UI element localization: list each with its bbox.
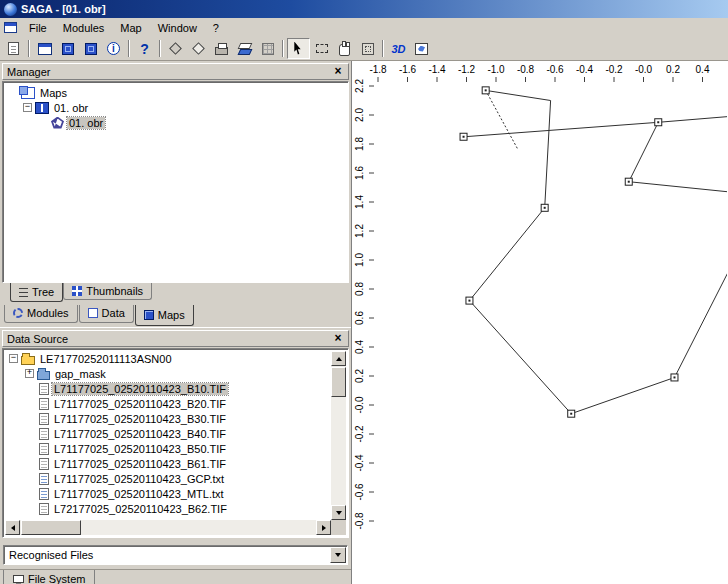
x-axis-tick-label: -1.6	[399, 64, 417, 75]
load-button[interactable]	[164, 38, 187, 59]
menu-bar: FileModulesMapWindow?	[0, 18, 728, 37]
show-manager-button[interactable]	[33, 38, 56, 59]
help-icon: ?	[140, 42, 149, 56]
text-file-icon	[39, 488, 49, 500]
menu-file[interactable]: File	[21, 20, 55, 36]
y-axis-tick-label: 0.4	[354, 340, 365, 354]
data-source-tree-item[interactable]: L71177025_02520110423_B50.TIF	[5, 441, 331, 456]
diamond-load-icon	[169, 42, 182, 55]
zoom-box-tool-button[interactable]	[310, 38, 333, 59]
chevron-down-icon	[335, 553, 341, 557]
vertical-scroll-thumb[interactable]	[331, 367, 346, 397]
pan-tool-button[interactable]	[333, 38, 356, 59]
manager-tree-item[interactable]: 01. obr	[3, 115, 348, 130]
options-button[interactable]	[256, 38, 279, 59]
shape-edge	[470, 90, 728, 413]
scroll-right-button[interactable]	[316, 520, 331, 535]
extent-icon	[362, 43, 374, 55]
map-document-icon	[35, 102, 49, 114]
y-axis-tick-label: 1.4	[354, 195, 365, 209]
vertex-dot	[463, 136, 465, 138]
shapes-layer-icon	[51, 117, 64, 129]
toolbar-separator	[28, 40, 30, 57]
scroll-up-button[interactable]	[331, 351, 346, 366]
data-source-tree-item[interactable]: L71177025_02520110423_MTL.txt	[5, 486, 331, 501]
toolbar-separator	[159, 40, 161, 57]
grid-icon	[262, 43, 274, 55]
map-layout-button[interactable]	[410, 38, 433, 59]
shape-edge	[629, 122, 659, 181]
manager-tab-label: Thumbnails	[86, 285, 143, 297]
combo-dropdown-button[interactable]	[330, 547, 346, 563]
view-3d-button[interactable]: 3D	[387, 38, 410, 59]
data-source-tree-item[interactable]: L71177025_02520110423_B20.TIF	[5, 396, 331, 411]
data-source-tree-item[interactable]: +gap_mask	[5, 366, 331, 381]
map-view[interactable]: -1.8-1.6-1.4-1.2-1.0-0.8-0.6-0.4-0.2-0.0…	[352, 61, 728, 584]
manager-close-button[interactable]	[332, 65, 344, 78]
object-properties-button[interactable]: i	[102, 38, 125, 59]
saga-logo-icon	[4, 3, 17, 16]
tree-view-icon	[19, 288, 28, 297]
manager-tree-item[interactable]: −01. obr	[3, 100, 348, 115]
data-tab-icon	[88, 308, 98, 318]
manager-tab-thumbnails[interactable]: Thumbnails	[63, 283, 152, 300]
help-button[interactable]: ?	[133, 38, 156, 59]
manager-view-tabs: TreeThumbnails	[2, 283, 349, 303]
data-source-tree-item[interactable]: L71177025_02520110423_B30.TIF	[5, 411, 331, 426]
x-axis-tick-label: 0.4	[696, 64, 710, 75]
scrollbar-corner	[331, 520, 346, 535]
menu-window[interactable]: Window	[150, 20, 205, 36]
shape-edge-dotted	[486, 90, 518, 149]
horizontal-scroll-thumb[interactable]	[21, 520, 81, 535]
scroll-left-button[interactable]	[5, 520, 20, 535]
scroll-down-button[interactable]	[331, 505, 346, 520]
manager-tree-item[interactable]: Maps	[3, 85, 348, 100]
collapse-minus-icon[interactable]: −	[23, 103, 32, 112]
image-file-icon	[39, 398, 49, 410]
map-canvas[interactable]: -1.8-1.6-1.4-1.2-1.0-0.8-0.6-0.4-0.2-0.0…	[352, 61, 727, 584]
data-source-close-button[interactable]	[332, 332, 344, 345]
arrow-up-icon	[336, 357, 342, 361]
thumbnails-view-icon	[72, 286, 82, 296]
data-source-tree-item[interactable]: L71177025_02520110423_B40.TIF	[5, 426, 331, 441]
diamond-save-icon	[192, 42, 205, 55]
vertical-scrollbar[interactable]	[331, 351, 346, 520]
expand-plus-icon[interactable]: +	[25, 369, 34, 378]
show-maps-workspace-button[interactable]	[79, 38, 102, 59]
zoom-extent-button[interactable]	[356, 38, 379, 59]
print-button[interactable]	[210, 38, 233, 59]
y-axis-tick-label: -0.8	[354, 512, 365, 530]
menu-help[interactable]: ?	[205, 20, 227, 36]
manager-tree-item-label: 01. obr	[52, 102, 90, 114]
save-button[interactable]	[187, 38, 210, 59]
workspace-tab-modules[interactable]: Modules	[4, 305, 78, 323]
horizontal-scrollbar[interactable]	[5, 520, 331, 535]
workspace-tab-data[interactable]: Data	[79, 305, 134, 323]
title-bar[interactable]: SAGA - [01. obr]	[0, 0, 728, 18]
copy-layers-button[interactable]	[233, 38, 256, 59]
tab-file-system[interactable]: File System	[3, 570, 95, 584]
data-source-tree-item[interactable]: −LE71770252011113ASN00	[5, 351, 331, 366]
x-axis-tick-label: -1.4	[428, 64, 446, 75]
data-source-tree-item[interactable]: L71177025_02520110423_B61.TIF	[5, 456, 331, 471]
manager-tab-tree[interactable]: Tree	[10, 283, 63, 302]
workspace-tab-maps[interactable]: Maps	[135, 305, 194, 326]
blue-square-icon	[62, 43, 74, 55]
new-document-button[interactable]	[2, 38, 25, 59]
folder-closed-icon	[37, 371, 50, 380]
show-data-workspace-button[interactable]	[56, 38, 79, 59]
menu-modules[interactable]: Modules	[55, 20, 113, 36]
pointer-tool-button[interactable]	[287, 38, 310, 59]
menu-map[interactable]: Map	[112, 20, 149, 36]
data-source-tree-item[interactable]: L71177025_02520110423_B10.TIF	[5, 381, 331, 396]
x-axis-tick-label: -1.8	[369, 64, 387, 75]
data-source-tree-item[interactable]: L71177025_02520110423_GCP.txt	[5, 471, 331, 486]
y-axis-tick-label: 2.0	[354, 108, 365, 122]
file-filter-combobox[interactable]: Recognised Files	[3, 545, 348, 565]
collapse-minus-icon[interactable]: −	[9, 354, 18, 363]
manager-tree-item-label: Maps	[38, 87, 69, 99]
manager-tab-label: Tree	[32, 286, 54, 298]
y-axis-tick-label: -0.0	[354, 396, 365, 414]
data-source-panel-title: Data Source	[7, 333, 68, 345]
data-source-tree-item[interactable]: L72177025_02520110423_B62.TIF	[5, 501, 331, 516]
